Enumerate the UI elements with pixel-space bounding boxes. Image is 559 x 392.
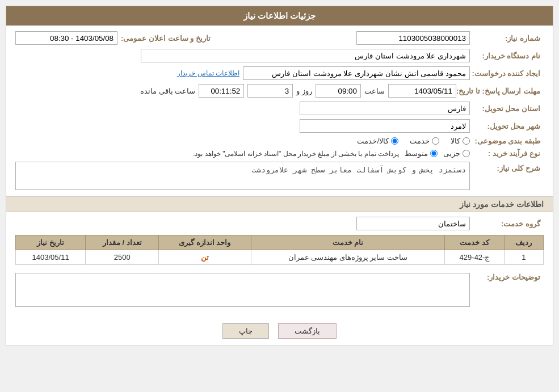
- purchase-type-label: نوع فرآیند خرید :: [470, 149, 544, 158]
- services-section-header: اطلاعات خدمات مورد نیاز: [6, 196, 553, 212]
- category-kala-khedmat-label: کالا/خدمت: [357, 137, 389, 145]
- category-kala-khedmat-radio[interactable]: [391, 137, 398, 145]
- col-date: تاریخ نیاز: [16, 235, 86, 250]
- footer-buttons: بازگشت چاپ: [6, 317, 553, 345]
- back-button[interactable]: بازگشت: [278, 323, 337, 339]
- need-number-label: شماره نیاز:: [470, 34, 544, 43]
- category-kala-radio[interactable]: [463, 137, 470, 145]
- print-button[interactable]: چاپ: [222, 323, 269, 339]
- contact-link[interactable]: اطلاعات تماس خریدار: [177, 69, 239, 77]
- cell-name: ساخت سایر پروژه‌های مهندسی عمران: [251, 250, 444, 265]
- service-group-label: گروه خدمت:: [470, 220, 544, 228]
- cell-unit: تن: [159, 250, 251, 265]
- purchase-jozei-label: جزیی: [443, 149, 460, 158]
- cell-quantity: 2500: [86, 250, 159, 265]
- creator-label: ایجاد کننده درخواست:: [470, 69, 544, 78]
- buyer-org-input[interactable]: [141, 49, 470, 62]
- col-name: نام خدمت: [251, 235, 444, 250]
- purchase-motevaset-option[interactable]: متوسط: [405, 149, 438, 158]
- city-input[interactable]: [300, 119, 470, 133]
- category-khedmat-radio[interactable]: [432, 137, 439, 145]
- buyer-desc-label: توضیحات خریدار:: [470, 271, 544, 281]
- creator-input[interactable]: [243, 66, 470, 80]
- col-quantity: تعداد / مقدار: [86, 235, 159, 250]
- city-label: شهر محل تحویل:: [470, 122, 544, 130]
- cell-code: ج-42-429: [445, 250, 505, 265]
- announcement-label: تاریخ و ساعت اعلان عمومی:: [121, 34, 211, 43]
- need-description-label: شرح کلی نیاز:: [470, 162, 544, 172]
- col-row: ردیف: [504, 235, 543, 250]
- response-deadline-label: مهلت ارسال پاسخ: تا تاریخ:: [456, 87, 544, 95]
- cell-date: 1403/05/11: [16, 250, 86, 265]
- buyer-desc-box: [15, 273, 470, 307]
- page-title: جزئیات اطلاعات نیاز: [6, 6, 553, 26]
- purchase-jozei-radio[interactable]: [463, 150, 470, 157]
- service-group-input[interactable]: [356, 217, 470, 230]
- services-table: ردیف کد خدمت نام خدمت واحد اندازه گیری ت…: [15, 235, 544, 265]
- category-kala-label: کالا: [451, 137, 460, 145]
- announcement-input[interactable]: [15, 31, 117, 45]
- category-kala-khedmat-option[interactable]: کالا/خدمت: [357, 137, 398, 145]
- table-row: 1 ج-42-429 ساخت سایر پروژه‌های مهندسی عم…: [16, 250, 544, 265]
- response-date-input[interactable]: [388, 84, 456, 98]
- response-remaining-label: ساعت باقی مانده: [140, 87, 195, 95]
- purchase-motevaset-label: متوسط: [405, 149, 428, 158]
- response-time-input[interactable]: [316, 84, 361, 98]
- category-khedmat-option[interactable]: خدمت: [410, 137, 439, 145]
- buyer-org-label: نام دستگاه خریدار:: [470, 52, 544, 60]
- purchase-type-desc: پرداخت تمام یا بخشی از مبلغ خریدار محل "…: [193, 150, 399, 158]
- province-input[interactable]: [300, 102, 470, 115]
- purchase-jozei-option[interactable]: جزیی: [443, 149, 470, 158]
- response-remaining-input[interactable]: [199, 84, 244, 98]
- category-label: طبقه بندی موضوعی:: [470, 137, 544, 145]
- response-time-label: ساعت: [364, 87, 385, 95]
- need-description-textarea[interactable]: دستمزد پخش و کوبش آسفالت معابر سطح شهر ع…: [15, 162, 470, 190]
- province-label: استان محل تحویل:: [470, 104, 544, 113]
- col-code: کد خدمت: [445, 235, 505, 250]
- purchase-motevaset-radio[interactable]: [430, 150, 438, 157]
- category-khedmat-label: خدمت: [410, 137, 430, 145]
- response-days-label: روز و: [296, 87, 312, 95]
- col-unit: واحد اندازه گیری: [159, 235, 251, 250]
- need-number-input[interactable]: [356, 31, 470, 45]
- category-kala-option[interactable]: کالا: [451, 137, 470, 145]
- cell-row: 1: [504, 250, 543, 265]
- response-days-input[interactable]: [247, 84, 293, 98]
